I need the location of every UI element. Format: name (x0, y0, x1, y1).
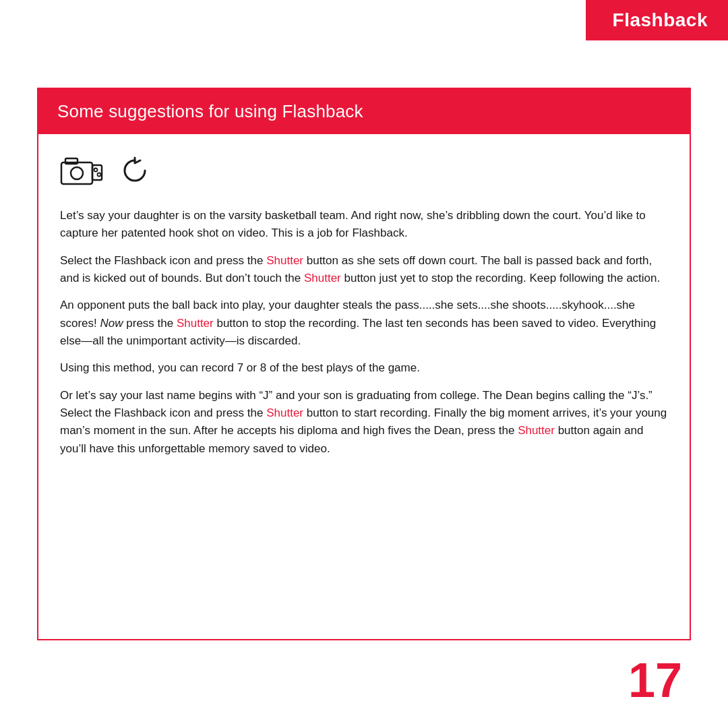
page-number: 17 (628, 653, 682, 708)
section-heading-text: Some suggestions for using Flashback (57, 101, 363, 121)
paragraph-2: Select the Flashback icon and press the … (60, 252, 668, 288)
svg-rect-0 (61, 162, 92, 184)
shutter-highlight-2: Shutter (304, 272, 341, 284)
shutter-highlight-5: Shutter (518, 424, 555, 437)
paragraph-5: Or let’s say your last name begins with … (60, 387, 668, 458)
main-content-box: Some suggestions for using Flashback (37, 88, 691, 640)
camera-icon (60, 153, 109, 191)
shutter-highlight-3: Shutter (177, 317, 214, 330)
refresh-icon (119, 155, 150, 189)
icons-area (60, 153, 668, 191)
shutter-highlight-4: Shutter (266, 406, 303, 419)
section-heading: Some suggestions for using Flashback (38, 89, 690, 134)
content-body: Let’s say your daughter is on the varsit… (38, 134, 690, 479)
svg-point-4 (94, 169, 98, 172)
header-bar: Flashback (586, 0, 728, 40)
shutter-highlight-1: Shutter (266, 254, 303, 267)
paragraph-4: Using this method, you can record 7 or 8… (60, 359, 668, 377)
svg-point-2 (71, 167, 83, 179)
header-title: Flashback (613, 9, 708, 30)
paragraph-3: An opponent puts the ball back into play… (60, 297, 668, 350)
paragraph-1: Let’s say your daughter is on the varsit… (60, 207, 668, 243)
svg-rect-3 (92, 165, 102, 180)
svg-point-5 (98, 173, 101, 177)
svg-rect-1 (65, 158, 78, 164)
